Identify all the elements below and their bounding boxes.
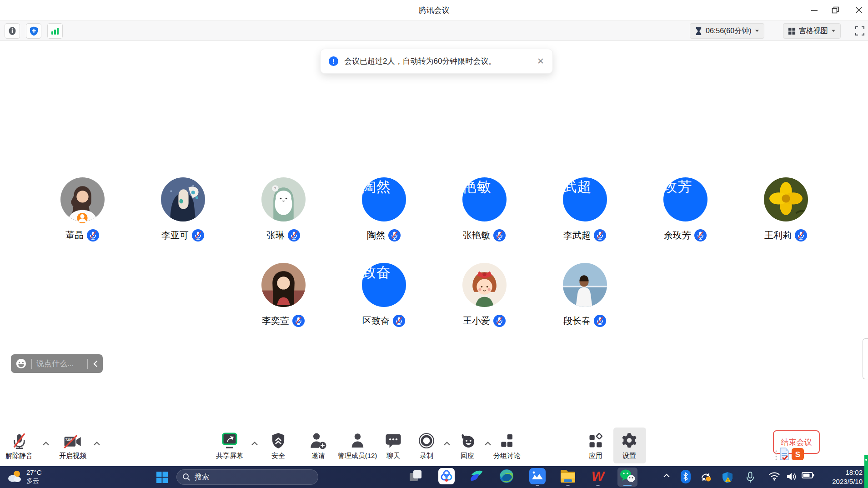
breakout-label: 分组讨论 [493, 452, 521, 460]
drag-handle-icon[interactable] [775, 450, 778, 461]
muted-mic-icon[interactable] [795, 229, 807, 241]
muted-mic-icon[interactable] [393, 315, 405, 327]
muted-mic-icon[interactable] [594, 229, 606, 241]
muted-mic-icon[interactable] [388, 229, 401, 241]
network-signal-button[interactable] [47, 23, 63, 39]
volume-icon[interactable] [786, 472, 797, 483]
wifi-icon[interactable] [768, 472, 780, 483]
invite-button[interactable]: 邀请 [309, 431, 327, 460]
running-indicator [536, 485, 539, 486]
start-video-button[interactable]: 720P开启视频 [59, 431, 86, 460]
taskbar-clock[interactable]: 18:02 2023/5/10 [832, 468, 863, 486]
chat-quick-bar[interactable]: 说点什么... [11, 354, 103, 373]
svg-text:S: S [795, 450, 800, 459]
windows-taskbar: 27°C 多云 搜索 W [0, 466, 868, 488]
wechat-taskbar-button[interactable] [617, 468, 637, 487]
bluetooth-icon[interactable] [681, 470, 691, 485]
scrollbar-thumb[interactable] [863, 338, 868, 379]
muted-mic-icon[interactable] [493, 315, 506, 327]
view-caret-icon [832, 30, 835, 32]
chevron-left-icon[interactable] [92, 360, 98, 367]
taskbar-search[interactable]: 搜索 [176, 469, 318, 485]
share-screen-icon [221, 431, 238, 449]
meeting-info-button[interactable] [5, 23, 20, 39]
participant-cell[interactable]: 董晶 [32, 177, 133, 241]
tray-expand-icon[interactable] [663, 472, 670, 480]
weather-condition: 多云 [26, 477, 42, 485]
settings-button[interactable]: 设置 [621, 431, 638, 460]
view-mode-button[interactable]: 宫格视图 [783, 23, 841, 39]
info-badge-icon: ! [329, 56, 338, 66]
members-button[interactable]: 管理成员(12) [338, 431, 377, 460]
fullscreen-button[interactable] [852, 23, 868, 39]
file-explorer-taskbar-button[interactable] [558, 468, 578, 487]
muted-mic-icon[interactable] [87, 229, 99, 241]
wps-doc-icon[interactable] [779, 448, 790, 460]
initials-avatar: 武超 [563, 177, 607, 221]
docs-taskbar-button[interactable] [467, 468, 487, 487]
muted-mic-icon[interactable] [594, 315, 606, 327]
network-signal-icon [50, 26, 60, 36]
participant-cell[interactable]: 王利莉 [736, 177, 836, 241]
unmute-options-chevron-icon[interactable] [43, 439, 50, 448]
battery-icon[interactable] [802, 472, 814, 481]
tencent-meeting-icon [438, 468, 455, 486]
meeting-timer-text: 06:56(60分钟) [706, 26, 752, 36]
tencent-meeting-taskbar-button[interactable] [437, 468, 457, 487]
participant-cell[interactable]: 武超李武超 [535, 177, 635, 241]
share-screen-button[interactable]: 共享屏幕 [216, 431, 243, 460]
participant-name: 张艳敏 [463, 229, 490, 241]
breakout-button[interactable]: 分组讨论 [493, 431, 521, 460]
chatbar-divider [87, 359, 88, 369]
emoji-icon[interactable] [15, 358, 27, 369]
start-button[interactable] [154, 470, 170, 484]
record-options-chevron-icon[interactable] [444, 439, 451, 448]
window-title: 腾讯会议 [0, 5, 868, 15]
chat-input[interactable]: 说点什么... [36, 358, 83, 369]
participant-cell[interactable]: 艳敏张艳敏 [434, 177, 535, 241]
participant-cell[interactable]: 致奋区致奋 [334, 263, 434, 327]
sync-icon[interactable] [700, 472, 712, 484]
meeting-protect-button[interactable] [26, 23, 41, 39]
wps-taskbar-button[interactable]: W [588, 468, 608, 487]
toast-close-button[interactable]: ✕ [537, 56, 544, 66]
muted-mic-icon[interactable] [694, 229, 707, 241]
meeting-app-taskbar-button[interactable] [527, 468, 547, 487]
meeting-control-bar: 结束会议 S 解除静音720P开启视频共享屏幕安全邀请管理成员(12)聊天录制回… [0, 427, 868, 466]
microphone-icon[interactable] [746, 472, 754, 485]
participant-cell[interactable]: 段长春 [535, 263, 635, 327]
reaction-options-chevron-icon[interactable] [485, 439, 492, 448]
wechat-panel-sliver[interactable] [864, 455, 868, 488]
security-button[interactable]: 安全 [271, 431, 286, 460]
record-button[interactable]: 录制 [418, 431, 435, 460]
participant-cell[interactable]: 玫芳余玫芳 [635, 177, 736, 241]
reaction-button[interactable]: 回应 [459, 431, 476, 460]
close-button[interactable] [852, 4, 866, 16]
meeting-timer-button[interactable]: 06:56(60分钟) [690, 23, 764, 39]
participant-cell[interactable]: 李亚可 [133, 177, 233, 241]
participant-cell[interactable]: ?张琳 [233, 177, 334, 241]
muted-mic-icon[interactable] [493, 229, 506, 241]
weather-widget[interactable]: 27°C 多云 [6, 468, 42, 485]
share-screen-options-chevron-icon[interactable] [251, 439, 258, 448]
participant-cell[interactable]: 李奕萱 [233, 263, 334, 327]
file-explorer-icon [560, 469, 576, 485]
task-view-taskbar-button[interactable] [406, 468, 426, 487]
muted-mic-icon[interactable] [292, 315, 305, 327]
start-video-options-chevron-icon[interactable] [94, 439, 100, 448]
muted-mic-icon[interactable] [288, 229, 300, 241]
unmute-button[interactable]: 解除静音 [5, 431, 33, 460]
participant-cell[interactable]: 王小爱 [434, 263, 535, 327]
wechat-icon [619, 468, 636, 486]
restore-button[interactable] [828, 4, 842, 16]
chat-button[interactable]: 聊天 [385, 431, 402, 460]
minimize-button[interactable] [808, 4, 821, 16]
s-app-icon[interactable]: S [792, 448, 804, 460]
avatar: 陶然 [362, 177, 406, 221]
apps-button[interactable]: 应用 [587, 431, 604, 460]
edge-taskbar-button[interactable] [497, 468, 517, 487]
defender-icon[interactable] [722, 472, 733, 485]
muted-mic-icon[interactable] [192, 229, 204, 241]
participant-cell[interactable]: 陶然陶然 [334, 177, 434, 241]
task-view-icon [409, 469, 423, 485]
